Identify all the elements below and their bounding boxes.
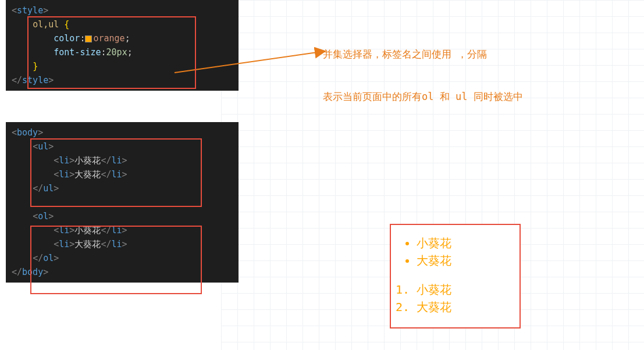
css-val-color: orange (93, 33, 124, 44)
output-ol: 小葵花 大葵花 (399, 281, 511, 316)
tag-body-open: body (17, 127, 38, 138)
svg-line-0 (175, 52, 317, 73)
css-prop-fontsize: font-size (54, 47, 101, 58)
li-text-1: 小葵花 (74, 155, 101, 166)
tag-body-close: body (22, 267, 43, 277)
tag-ol-close: ol (43, 253, 54, 263)
color-swatch-icon (85, 35, 92, 42)
rendered-output-box: 小葵花 大葵花 小葵花 大葵花 (390, 224, 521, 328)
annotation-line-2: 表示当前页面中的所有ol 和 ul 同时被选中 (323, 90, 523, 103)
list-item: 大葵花 (417, 252, 511, 269)
list-item: 小葵花 (417, 281, 511, 298)
annotation-line-1: 并集选择器，标签名之间使用 ，分隔 (323, 48, 487, 61)
list-item: 大葵花 (417, 298, 511, 316)
css-prop-color: color (54, 33, 80, 44)
css-val-fontsize: 20px (106, 47, 127, 58)
li-text-3: 小葵花 (74, 225, 101, 235)
output-ul: 小葵花 大葵花 (399, 234, 511, 269)
css-selector: ol,ul (33, 19, 59, 30)
tag-ul-open: ul (38, 141, 48, 152)
code-body-block: <body> <ul> <li>小葵花</li> <li>大葵花</li> </… (6, 122, 239, 283)
tag-ol-open: ol (38, 211, 48, 222)
tag-style-close: style (22, 75, 48, 85)
list-item: 小葵花 (417, 234, 511, 252)
arrow-icon (172, 35, 329, 81)
tag-style-open: style (17, 5, 43, 16)
tag-ul-close: ul (43, 183, 54, 194)
li-text-4: 大葵花 (74, 239, 101, 249)
li-text-2: 大葵花 (74, 169, 101, 180)
